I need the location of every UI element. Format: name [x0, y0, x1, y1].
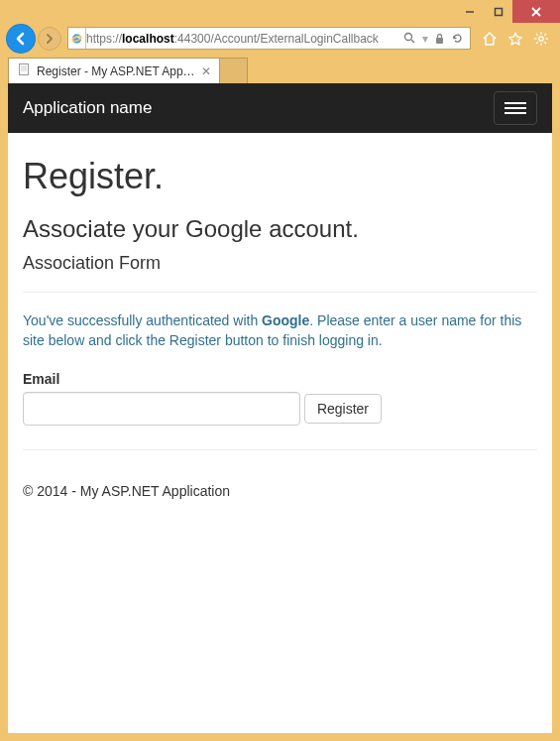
lock-icon[interactable] [434, 33, 445, 45]
tab-strip: Register - My ASP.NET App… ✕ [0, 54, 560, 83]
app-brand[interactable]: Application name [23, 98, 152, 118]
address-controls: ▾ [397, 28, 470, 49]
svg-line-14 [536, 34, 538, 36]
svg-line-17 [544, 34, 546, 36]
tab-close-icon[interactable]: ✕ [201, 64, 211, 78]
toolbar-icons [477, 30, 554, 48]
window-titlebar [0, 0, 560, 23]
copyright-text: © 2014 - My ASP.NET Application [23, 483, 537, 499]
browser-tab[interactable]: Register - My ASP.NET App… ✕ [8, 58, 220, 83]
svg-point-6 [405, 34, 412, 41]
app-navbar: Application name [8, 83, 552, 133]
svg-line-15 [544, 42, 546, 44]
tab-title: Register - My ASP.NET App… [37, 64, 195, 78]
page-viewport: Application name Register. Associate you… [8, 83, 552, 733]
maximize-button[interactable] [484, 0, 512, 23]
browser-toolbar: https://localhost:44300/Account/External… [0, 23, 560, 54]
svg-rect-8 [436, 38, 443, 44]
home-icon[interactable] [481, 30, 499, 48]
refresh-icon[interactable] [451, 32, 464, 45]
settings-icon[interactable] [532, 30, 550, 48]
forward-button[interactable] [38, 27, 61, 51]
new-tab-button[interactable] [220, 58, 248, 83]
address-bar[interactable]: https://localhost:44300/Account/External… [67, 27, 471, 50]
minimize-button[interactable] [455, 0, 484, 23]
page-icon [17, 62, 31, 79]
svg-line-7 [411, 40, 414, 43]
navbar-toggle-button[interactable] [494, 91, 537, 125]
page-footer: © 2014 - My ASP.NET Application [8, 483, 552, 499]
svg-point-9 [539, 36, 543, 40]
search-icon[interactable] [403, 32, 416, 45]
url-text: https://localhost:44300/Account/External… [86, 32, 397, 46]
back-button[interactable] [6, 24, 36, 54]
favorites-icon[interactable] [506, 30, 524, 48]
register-button[interactable]: Register [304, 394, 382, 424]
divider [23, 292, 537, 293]
svg-line-16 [536, 42, 538, 44]
divider [23, 449, 537, 450]
svg-rect-18 [20, 64, 29, 75]
email-field[interactable] [23, 392, 300, 426]
page-container: Register. Associate your Google account.… [8, 133, 552, 483]
close-button[interactable] [512, 0, 560, 23]
ie-icon [68, 28, 86, 49]
info-message: You've successfully authenticated with G… [23, 310, 537, 351]
page-title: Register. [23, 156, 537, 197]
email-label: Email [23, 371, 537, 387]
page-subtitle: Associate your Google account. [23, 215, 537, 243]
svg-rect-1 [495, 8, 502, 15]
form-title: Association Form [23, 253, 537, 274]
